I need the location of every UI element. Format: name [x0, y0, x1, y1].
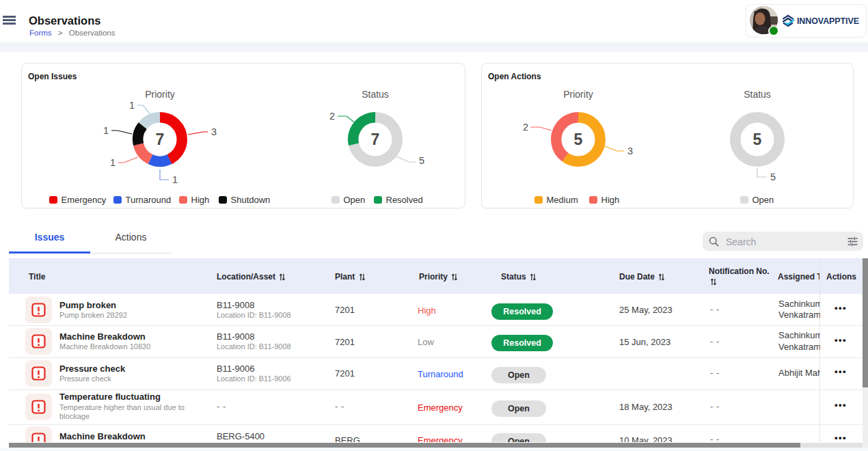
svg-text:7: 7: [371, 131, 380, 148]
svg-text:1: 1: [129, 100, 135, 111]
svg-text:5: 5: [770, 172, 776, 182]
svg-text:1: 1: [103, 125, 109, 136]
svg-text:5: 5: [419, 155, 424, 166]
svg-text:1: 1: [110, 157, 116, 168]
svg-text:2: 2: [523, 122, 528, 133]
svg-text:7: 7: [156, 131, 165, 148]
svg-text:5: 5: [753, 131, 762, 148]
svg-text:1: 1: [172, 174, 178, 185]
svg-text:3: 3: [211, 126, 217, 137]
svg-text:3: 3: [627, 146, 633, 156]
svg-text:5: 5: [574, 131, 583, 148]
svg-text:2: 2: [329, 111, 335, 122]
